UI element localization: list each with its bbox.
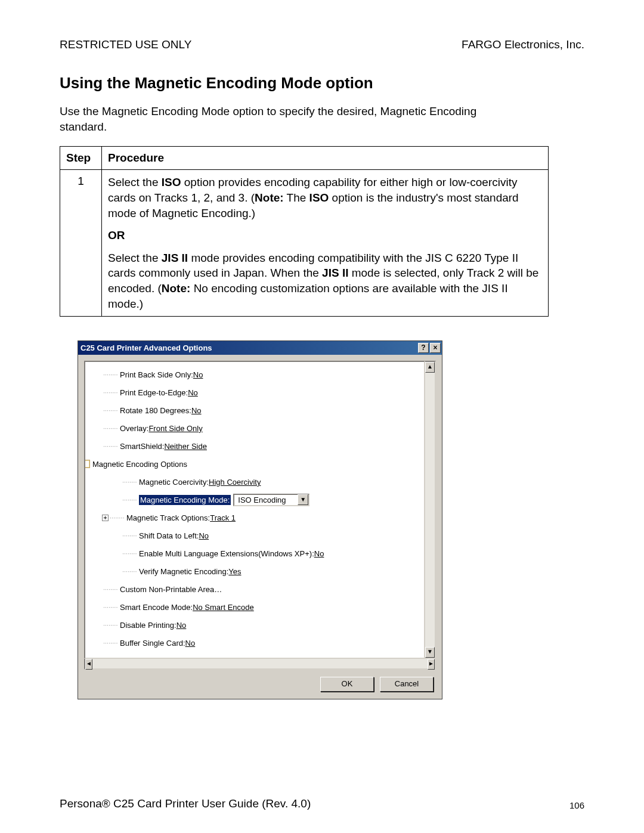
- help-button[interactable]: ?: [418, 343, 429, 353]
- scroll-track[interactable]: [425, 373, 435, 647]
- header-right: FARGO Electronics, Inc.: [462, 38, 584, 51]
- combo-value: ISO Encoding: [234, 496, 298, 504]
- tree-item-print-edge[interactable]: ·········Print Edge-to-Edge: No: [85, 383, 424, 401]
- vertical-scrollbar[interactable]: ▲ ▼: [425, 361, 436, 659]
- folder-icon: [84, 460, 90, 468]
- tree-item-shift-data[interactable]: ·········Shift Data to Left: No: [85, 527, 424, 544]
- tree-item-calibrate[interactable]: ·········Calibrate…: [85, 652, 424, 659]
- horizontal-scrollbar[interactable]: ◄ ►: [84, 659, 436, 670]
- or-separator: OR: [108, 228, 542, 243]
- step-number: 1: [60, 170, 102, 317]
- procedure-table: Step Procedure 1 Select the ISO option p…: [60, 146, 549, 317]
- scroll-down-icon[interactable]: ▼: [425, 647, 435, 658]
- tree-item-magnetic-options[interactable]: Magnetic Encoding Options: [85, 455, 424, 473]
- tree-item-rotate[interactable]: ·········Rotate 180 Degrees: No: [85, 401, 424, 419]
- encoding-mode-combo[interactable]: ISO Encoding ▼: [233, 494, 309, 506]
- expand-icon[interactable]: +: [102, 515, 109, 521]
- page-title: Using the Magnetic Encoding Mode option: [60, 74, 584, 92]
- col-procedure: Procedure: [102, 147, 549, 170]
- options-tree[interactable]: ·········Print Back Side Only: No ······…: [84, 361, 425, 659]
- page-header: RESTRICTED USE ONLY FARGO Electronics, I…: [60, 38, 584, 51]
- tree-item-smartshield[interactable]: ·········SmartShield: Neither Side: [85, 437, 424, 455]
- ok-button[interactable]: OK: [320, 677, 374, 692]
- scroll-right-icon[interactable]: ►: [428, 659, 435, 670]
- page-footer: Persona® C25 Card Printer User Guide (Re…: [60, 797, 584, 810]
- tree-item-buffer[interactable]: ·········Buffer Single Card: No: [85, 634, 424, 652]
- tree-item-verify[interactable]: ·········Verify Magnetic Encoding: Yes: [85, 562, 424, 580]
- tree-item-multilang[interactable]: ·········Enable Multi Language Extension…: [85, 544, 424, 562]
- hscroll-track[interactable]: [92, 659, 428, 668]
- tree-item-smart-encode[interactable]: ·········Smart Encode Mode: No Smart Enc…: [85, 598, 424, 616]
- chevron-down-icon[interactable]: ▼: [298, 494, 308, 505]
- footer-left: Persona® C25 Card Printer User Guide (Re…: [60, 797, 311, 810]
- titlebar: C25 Card Printer Advanced Options ? ×: [78, 341, 442, 355]
- intro-text: Use the Magnetic Encoding Mode option to…: [60, 104, 513, 134]
- scroll-left-icon[interactable]: ◄: [85, 659, 92, 670]
- page-number: 106: [569, 800, 584, 810]
- selected-label: Magnetic Encoding Mode:: [139, 495, 231, 505]
- col-step: Step: [60, 147, 102, 170]
- tree-item-print-back[interactable]: ·········Print Back Side Only: No: [85, 366, 424, 383]
- close-button[interactable]: ×: [430, 343, 441, 353]
- scroll-up-icon[interactable]: ▲: [425, 362, 435, 373]
- cancel-button[interactable]: Cancel: [380, 677, 434, 692]
- tree-item-disable-print[interactable]: ·········Disable Printing: No: [85, 616, 424, 634]
- dialog-title: C25 Card Printer Advanced Options: [80, 343, 417, 352]
- tree-item-encoding-mode[interactable]: ·········Magnetic Encoding Mode: ISO Enc…: [85, 491, 424, 509]
- tree-item-coercivity[interactable]: ·········Magnetic Coercivity: High Coerc…: [85, 473, 424, 491]
- tree-item-overlay[interactable]: ·········Overlay: Front Side Only: [85, 419, 424, 437]
- tree-item-custom-np[interactable]: ·········Custom Non-Printable Area…: [85, 580, 424, 598]
- advanced-options-dialog: C25 Card Printer Advanced Options ? × ··…: [78, 340, 442, 699]
- tree-item-track-options[interactable]: +·········Magnetic Track Options: Track …: [85, 509, 424, 527]
- header-left: RESTRICTED USE ONLY: [60, 38, 191, 51]
- procedure-cell: Select the ISO option provides encoding …: [102, 170, 549, 317]
